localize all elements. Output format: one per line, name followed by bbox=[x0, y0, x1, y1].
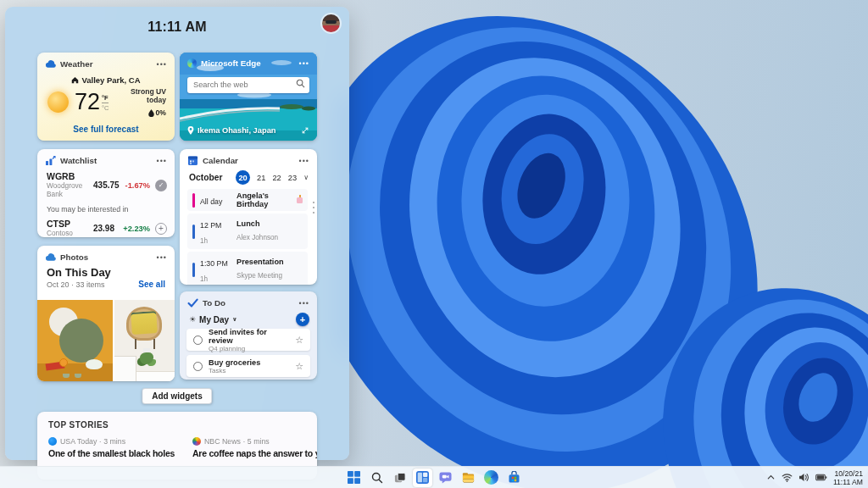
folder-icon bbox=[462, 471, 475, 484]
location-pin-icon bbox=[187, 126, 194, 135]
stock-change: -1.67% bbox=[120, 181, 150, 190]
search-icon bbox=[296, 79, 305, 88]
my-day-sun-icon: ☀ bbox=[189, 315, 196, 324]
panel-clock: 11:11 AM bbox=[5, 19, 349, 35]
photo-thumbnail[interactable] bbox=[37, 300, 113, 381]
edge-search-input[interactable] bbox=[187, 77, 309, 93]
unit-fahrenheit-toggle[interactable]: °F bbox=[102, 94, 108, 103]
stock-price: 23.98 bbox=[93, 224, 114, 233]
edge-title: Microsoft Edge bbox=[201, 58, 261, 68]
stock-name: Contoso bbox=[47, 229, 73, 237]
event-title: Lunch bbox=[236, 219, 278, 228]
calendar-icon bbox=[187, 155, 198, 166]
photos-heading: On This Day bbox=[37, 266, 175, 279]
task-subtitle: Tasks bbox=[209, 367, 260, 374]
todo-task[interactable]: Buy groceries Tasks ☆ bbox=[186, 355, 310, 377]
event-time: 1:30 PM bbox=[200, 259, 228, 268]
widget-photos[interactable]: Photos ••• On This Day Oct 20 · 33 items… bbox=[37, 246, 175, 381]
usa-today-logo-icon bbox=[48, 437, 57, 446]
more-options-icon[interactable]: ••• bbox=[299, 158, 309, 164]
more-options-icon[interactable]: ••• bbox=[299, 301, 309, 306]
todo-list-name[interactable]: My Day bbox=[199, 315, 229, 324]
calendar-date[interactable]: 21 bbox=[257, 174, 265, 182]
search-button[interactable] bbox=[367, 469, 387, 487]
widgets-panel: 11:11 AM Weather ••• Valley Park, CA 72 … bbox=[5, 7, 349, 460]
calendar-date-selected[interactable]: 20 bbox=[236, 170, 250, 185]
photo-thumbnail[interactable] bbox=[114, 300, 175, 381]
calendar-event[interactable]: 1:30 PM1h PresentationSkype Meeting bbox=[187, 252, 308, 285]
store-bag-icon bbox=[508, 471, 520, 484]
precipitation-value: 0% bbox=[156, 108, 166, 117]
watchlist-suggestion-note: You may be interested in bbox=[47, 205, 175, 214]
task-star-icon[interactable]: ☆ bbox=[295, 361, 303, 372]
photos-title: Photos bbox=[60, 252, 88, 262]
battery-icon[interactable] bbox=[815, 473, 827, 482]
widgets-button[interactable] bbox=[413, 469, 432, 487]
windows-logo-icon bbox=[348, 471, 360, 484]
task-view-icon bbox=[394, 472, 406, 484]
watchlist-row[interactable]: WGRB Woodgrove Bank 435.75 -1.67% ✓ bbox=[37, 172, 175, 198]
todo-task[interactable]: Send invites for review Q4 planning ☆ bbox=[186, 329, 310, 351]
calendar-event[interactable]: 12 PM1h LunchAlex Johnson bbox=[187, 214, 308, 249]
task-title: Send invites for review bbox=[209, 328, 289, 345]
event-color-bar bbox=[192, 193, 195, 208]
add-stock-icon[interactable]: + bbox=[155, 223, 167, 235]
more-options-icon[interactable]: ••• bbox=[157, 255, 167, 260]
see-full-forecast-link[interactable]: See full forecast bbox=[37, 125, 175, 134]
widget-watchlist[interactable]: Watchlist ••• WGRB Woodgrove Bank 435.75… bbox=[37, 149, 175, 237]
droplet-icon bbox=[148, 109, 154, 117]
calendar-month[interactable]: October bbox=[189, 173, 222, 182]
task-subtitle: Q4 planning bbox=[209, 345, 289, 352]
weather-title: Weather bbox=[60, 59, 92, 69]
user-avatar[interactable] bbox=[322, 14, 340, 32]
more-options-icon[interactable]: ••• bbox=[157, 158, 167, 164]
more-options-icon[interactable]: ••• bbox=[157, 62, 167, 67]
wifi-icon[interactable] bbox=[782, 473, 793, 482]
news-story[interactable]: NBC News · 5 mins Are coffee naps the an… bbox=[192, 437, 317, 458]
chat-button[interactable] bbox=[436, 469, 455, 487]
watchlist-title: Watchlist bbox=[60, 156, 97, 165]
stock-symbol: CTSP bbox=[47, 219, 73, 229]
more-options-icon[interactable]: ••• bbox=[299, 61, 309, 66]
task-view-button[interactable] bbox=[390, 469, 409, 487]
taskbar: 10/20/21 11:11 AM bbox=[0, 466, 868, 488]
file-explorer-button[interactable] bbox=[459, 469, 478, 487]
event-time: 12 PM bbox=[200, 221, 221, 230]
watchlist-row[interactable]: CTSP Contoso 23.98 +2.23% + bbox=[37, 219, 175, 237]
widget-calendar[interactable]: Calendar ••• October 20 21 22 23 ∨ All d… bbox=[180, 149, 317, 285]
event-subtitle: Alex Johnson bbox=[236, 234, 278, 241]
calendar-date[interactable]: 22 bbox=[272, 174, 281, 182]
tray-datetime[interactable]: 10/20/21 11:11 AM bbox=[833, 469, 863, 486]
chevron-down-icon[interactable]: ∨ bbox=[232, 316, 237, 323]
task-star-icon[interactable]: ☆ bbox=[295, 335, 303, 346]
weather-location: Valley Park, CA bbox=[81, 75, 140, 85]
widget-weather[interactable]: Weather ••• Valley Park, CA 72 °F °C Str… bbox=[37, 53, 175, 141]
calendar-date[interactable]: 23 bbox=[288, 174, 297, 182]
event-time: All day bbox=[200, 197, 222, 206]
photos-subheading: Oct 20 · 33 items bbox=[47, 280, 105, 289]
microsoft-store-button[interactable] bbox=[504, 469, 524, 487]
edge-button[interactable] bbox=[481, 469, 501, 487]
tray-chevron-up-icon[interactable] bbox=[766, 473, 776, 482]
stock-price: 435.75 bbox=[93, 180, 120, 190]
news-story[interactable]: USA Today · 3 mins One of the smallest b… bbox=[48, 437, 175, 458]
add-widgets-button[interactable]: Add widgets bbox=[142, 388, 212, 404]
widget-microsoft-edge[interactable]: Microsoft Edge ••• Ikema Ohashi, Japan bbox=[180, 53, 317, 141]
edge-logo-icon bbox=[187, 58, 197, 68]
calendar-event[interactable]: All day Angela's Birthday bbox=[187, 189, 308, 211]
unit-celsius-toggle[interactable]: °C bbox=[102, 103, 108, 112]
widget-todo[interactable]: To Do ••• ☀ My Day ∨ + Send invites for … bbox=[180, 291, 317, 380]
temperature-value: 72 bbox=[75, 91, 100, 114]
expand-icon[interactable] bbox=[301, 126, 309, 135]
see-all-link[interactable]: See all bbox=[138, 280, 165, 289]
task-complete-checkbox[interactable] bbox=[193, 362, 203, 371]
task-complete-checkbox[interactable] bbox=[193, 336, 203, 345]
start-button[interactable] bbox=[344, 469, 364, 487]
chevron-down-icon[interactable]: ∨ bbox=[303, 174, 309, 181]
calendar-scrollbar[interactable] bbox=[313, 202, 314, 214]
add-task-button[interactable]: + bbox=[296, 313, 309, 326]
story-source: USA Today · 3 mins bbox=[60, 437, 125, 446]
stock-added-check-icon[interactable]: ✓ bbox=[155, 180, 167, 191]
volume-icon[interactable] bbox=[798, 473, 810, 482]
watchlist-chart-icon bbox=[45, 155, 56, 166]
